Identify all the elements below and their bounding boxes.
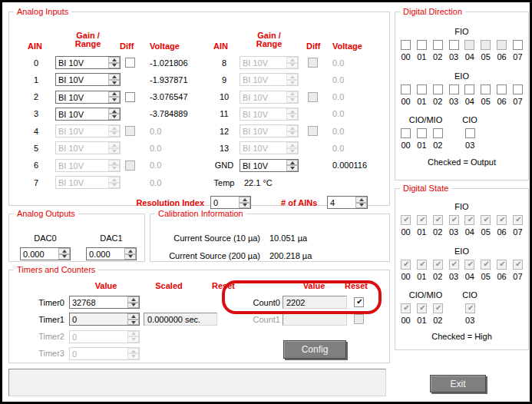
state-eio-01-checkbox (417, 260, 427, 270)
dir-fio-01-checkbox[interactable] (417, 40, 427, 50)
ain2-range-spinner[interactable]: BI 10V (55, 91, 121, 104)
dir-eio-01-checkbox[interactable] (417, 84, 427, 94)
state-eio-03-checkbox (449, 260, 459, 270)
dac0-spinner[interactable]: 0.000 (20, 247, 71, 260)
ain0-diff-checkbox[interactable] (125, 58, 135, 68)
timer3-value-spinner: 0 (69, 347, 140, 360)
dir-eio-00-checkbox[interactable] (401, 84, 411, 94)
calibration-group: Calibration Information Current Source (… (150, 209, 390, 262)
state-fio-06-checkbox (497, 215, 507, 225)
timer1-value-spinner[interactable]: 0 (69, 313, 140, 326)
ain-row-8: 8 BI 10V 0.0 (210, 56, 367, 69)
state-eio-bits: 00 01 02 03 04 05 06 07 (395, 260, 528, 281)
test-panel-window: Analog Inputs AIN Gain /Range Diff Volta… (0, 0, 532, 404)
ain7-range-spinner: BI 10V (55, 176, 121, 189)
dir-eio-03-checkbox[interactable] (449, 84, 459, 94)
dir-eio-06-checkbox[interactable] (497, 84, 507, 94)
timer0-row: Timer0 32768 (14, 296, 217, 309)
up-arrow-icon (286, 125, 298, 131)
ain12-label: 12 (210, 127, 238, 136)
state-cio-02-checkbox (433, 303, 443, 313)
dir-fio-07-checkbox[interactable] (513, 40, 523, 50)
ain10-voltage: 0.0 (332, 92, 344, 101)
up-arrow-icon[interactable] (239, 197, 250, 203)
analog-outputs-group: Analog Outputs DAC0 DAC1 0.000 0.000 (8, 209, 145, 262)
ain-header-right: AIN (213, 41, 228, 51)
up-arrow-icon (286, 74, 298, 80)
up-arrow-icon[interactable] (127, 313, 139, 320)
down-arrow-icon[interactable] (108, 97, 120, 103)
ain2-diff-checkbox[interactable] (125, 92, 135, 102)
count0-reset-checkbox[interactable] (354, 297, 364, 307)
state-cio-headers: CIO/MIO CIO (395, 290, 528, 300)
ain4-voltage: 0.0 (150, 127, 161, 136)
up-arrow-icon (108, 142, 120, 148)
analog-outputs-title: Analog Outputs (14, 209, 78, 218)
voltage-header-left: Voltage (150, 41, 180, 51)
ain1-range-spinner[interactable]: BI 10V (55, 73, 121, 86)
timer0-value-spinner[interactable]: 32768 (69, 296, 140, 309)
down-arrow-icon[interactable] (239, 203, 250, 209)
up-arrow-icon[interactable] (108, 57, 120, 63)
down-arrow-icon[interactable] (127, 320, 139, 326)
dir-cio-02-checkbox[interactable] (433, 128, 443, 138)
up-arrow-icon[interactable] (108, 108, 120, 114)
down-arrow-icon (108, 131, 120, 137)
resolution-index-spinner[interactable]: 0 (210, 196, 251, 209)
up-arrow-icon[interactable] (108, 74, 120, 80)
down-arrow-icon[interactable] (355, 203, 367, 209)
dir-cio-bits: 00 01 02 03 (395, 128, 528, 150)
state-eio-00-checkbox (401, 260, 411, 270)
dir-cio-headers: CIO/MIO CIO (395, 115, 528, 124)
dir-cio-03-checkbox[interactable] (465, 128, 475, 138)
ain3-range-spinner[interactable]: BI 10V (55, 108, 121, 121)
diff-header-right: Diff (306, 41, 320, 51)
dac1-spinner[interactable]: 0.000 (86, 247, 137, 260)
up-arrow-icon (108, 160, 120, 166)
timer1-row: Timer1 0 0.000000 sec. (14, 313, 217, 326)
up-arrow-icon[interactable] (108, 91, 120, 98)
down-arrow-icon[interactable] (108, 63, 120, 69)
num-ains-label: # of AINs (281, 198, 317, 207)
up-arrow-icon[interactable] (58, 248, 70, 254)
timer-value-header: Value (83, 281, 129, 290)
dir-fio-06-checkbox (497, 40, 507, 50)
ain-row-7: 7 BI 10V 0.0 (25, 176, 188, 189)
down-arrow-icon[interactable] (108, 80, 120, 86)
ain11-range-spinner: BI 10V (240, 108, 299, 121)
gnd-range-spinner[interactable]: BI 10V (240, 159, 299, 172)
dir-eio-07-checkbox[interactable] (513, 84, 523, 94)
count1-reset-checkbox (354, 314, 364, 324)
dir-fio-00-checkbox[interactable] (401, 40, 411, 50)
dir-cio-00-checkbox[interactable] (401, 128, 411, 138)
down-arrow-icon[interactable] (286, 165, 298, 171)
state-fio-03-checkbox (449, 215, 459, 225)
dir-fio-03-checkbox[interactable] (449, 40, 459, 50)
config-button[interactable]: Config (283, 340, 346, 359)
num-ains-spinner[interactable]: 4 (327, 196, 368, 209)
timer3-row: Timer3 0 (14, 347, 217, 360)
ain-row-gnd: GND BI 10V 0.000116 (210, 159, 367, 172)
down-arrow-icon[interactable] (124, 254, 136, 260)
timer0-label: Timer0 (14, 298, 69, 307)
down-arrow-icon[interactable] (127, 303, 139, 309)
exit-button[interactable]: Exit (430, 375, 486, 392)
dir-fio-02-checkbox[interactable] (433, 40, 443, 50)
down-arrow-icon[interactable] (58, 254, 70, 260)
status-box (8, 369, 386, 396)
ain-row-13: 13 BI 10V 0.0 (210, 141, 367, 154)
up-arrow-icon[interactable] (286, 160, 298, 166)
up-arrow-icon[interactable] (355, 197, 367, 203)
down-arrow-icon[interactable] (108, 114, 120, 120)
analog-inputs-title: Analog Inputs (14, 7, 71, 16)
dir-eio-02-checkbox[interactable] (433, 84, 443, 94)
up-arrow-icon[interactable] (124, 248, 136, 254)
dir-cio-01-checkbox[interactable] (417, 128, 427, 138)
state-eio-06-checkbox (497, 260, 507, 270)
dir-eio-05-checkbox[interactable] (481, 84, 491, 94)
up-arrow-icon[interactable] (127, 296, 139, 303)
dir-eio-04-checkbox[interactable] (464, 84, 474, 94)
ain0-range-spinner[interactable]: BI 10V (55, 56, 121, 69)
timer1-label: Timer1 (14, 315, 69, 324)
ain1-label: 1 (25, 75, 48, 84)
